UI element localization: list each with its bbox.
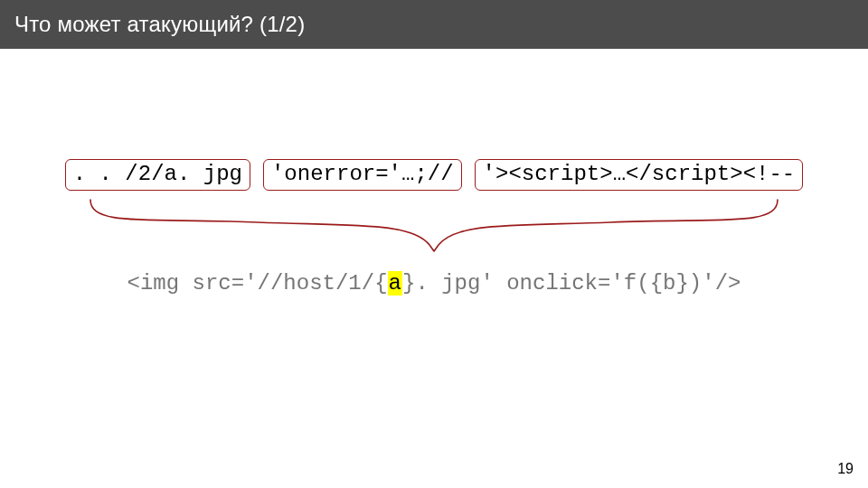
template-highlight: a: [388, 271, 402, 296]
template-post: }. jpg' onclick='f({b})'/>: [402, 271, 741, 296]
template-pre: <img src='//host/1/{: [127, 271, 388, 296]
slide-title: Что может атакующий? (1/2): [14, 12, 305, 37]
brace-wrap: [0, 195, 868, 258]
template-code-row: <img src='//host/1/{a}. jpg' onclick='f(…: [0, 271, 868, 296]
curly-brace-icon: [86, 195, 782, 258]
slide-titlebar: Что может атакующий? (1/2): [0, 0, 868, 49]
payload-row: . . /2/a. jpg 'onerror='…;// '><script>……: [0, 159, 868, 191]
page-number: 19: [837, 461, 854, 477]
payload-box-2: 'onerror='…;//: [263, 159, 462, 191]
slide: Что может атакующий? (1/2) . . /2/a. jpg…: [0, 0, 868, 488]
payload-box-3: '><script>…</script><!--: [475, 159, 804, 191]
payload-box-1: . . /2/a. jpg: [65, 159, 250, 191]
